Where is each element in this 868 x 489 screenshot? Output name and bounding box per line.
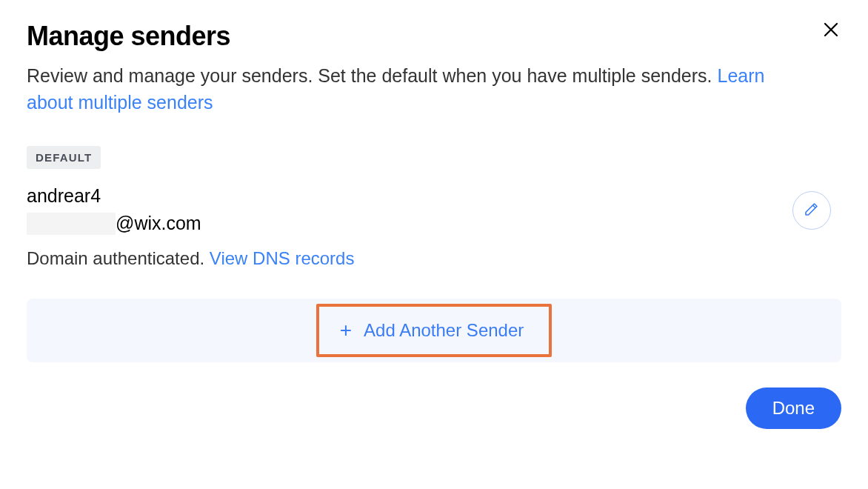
default-badge: DEFAULT xyxy=(27,146,101,169)
status-text: Domain authenticated. xyxy=(27,248,210,268)
view-dns-link[interactable]: View DNS records xyxy=(210,248,355,268)
sender-email-domain: @wix.com xyxy=(116,213,201,234)
description-text: Review and manage your senders. Set the … xyxy=(27,65,718,86)
sender-name: andrear4 xyxy=(27,185,841,207)
sender-item: andrear4 @wix.com Domain authenticated. … xyxy=(27,185,841,269)
add-another-sender-button[interactable]: + Add Another Sender xyxy=(316,304,552,357)
dialog-title: Manage senders xyxy=(27,21,841,52)
edit-sender-button[interactable] xyxy=(792,191,831,230)
plus-icon: + xyxy=(340,320,352,341)
add-sender-bar: + Add Another Sender xyxy=(27,299,841,362)
pencil-icon xyxy=(803,200,821,221)
sender-email: @wix.com xyxy=(27,213,841,235)
close-icon xyxy=(822,21,840,41)
dialog-footer: Done xyxy=(27,387,841,429)
done-button[interactable]: Done xyxy=(746,387,841,429)
sender-status: Domain authenticated. View DNS records xyxy=(27,248,841,269)
add-sender-label: Add Another Sender xyxy=(364,320,524,341)
dialog-description: Review and manage your senders. Set the … xyxy=(27,62,767,116)
close-button[interactable] xyxy=(821,21,841,41)
redacted-email-local xyxy=(27,213,116,235)
